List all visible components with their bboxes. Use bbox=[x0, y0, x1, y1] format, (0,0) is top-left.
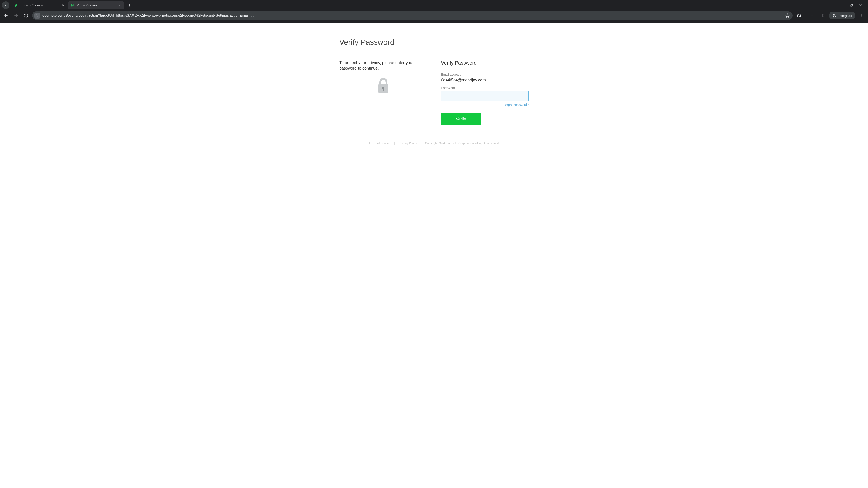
download-icon bbox=[810, 13, 814, 18]
tab-close-button[interactable] bbox=[61, 3, 65, 7]
tab-strip: Home - Evernote Verify Password bbox=[0, 0, 868, 10]
minimize-icon bbox=[841, 4, 844, 7]
lock-icon bbox=[377, 77, 390, 94]
new-tab-button[interactable] bbox=[126, 2, 133, 8]
more-vertical-icon bbox=[860, 13, 864, 18]
page-viewport[interactable]: Verify Password To protect your privacy,… bbox=[0, 23, 868, 488]
forward-button[interactable] bbox=[12, 12, 20, 20]
svg-marker-17 bbox=[786, 14, 789, 18]
password-input[interactable] bbox=[441, 91, 529, 101]
address-bar[interactable]: evernote.com/SecurityLogin.action?target… bbox=[32, 11, 793, 20]
form-heading: Verify Password bbox=[441, 60, 529, 66]
tab-close-button[interactable] bbox=[118, 3, 122, 7]
verify-button[interactable]: Verify bbox=[441, 113, 481, 125]
minimize-button[interactable] bbox=[840, 3, 845, 8]
toolbar: evernote.com/SecurityLogin.action?target… bbox=[0, 10, 868, 23]
email-label: Email address bbox=[441, 73, 529, 76]
content-card: Verify Password To protect your privacy,… bbox=[331, 31, 537, 137]
back-button[interactable] bbox=[2, 12, 10, 20]
form-column: Verify Password Email address 6d44f5c4@m… bbox=[441, 60, 529, 125]
reload-button[interactable] bbox=[22, 12, 30, 20]
url-text: evernote.com/SecurityLogin.action?target… bbox=[42, 13, 782, 18]
close-icon bbox=[118, 4, 121, 6]
close-icon bbox=[62, 4, 64, 6]
incognito-label: Incognito bbox=[838, 14, 852, 18]
browser-chrome: Home - Evernote Verify Password bbox=[0, 0, 868, 23]
email-value: 6d44f5c4@moodjoy.com bbox=[441, 78, 529, 83]
toolbar-right: Incognito bbox=[795, 12, 866, 20]
footer-separator bbox=[421, 142, 421, 145]
terms-link[interactable]: Terms of Service bbox=[368, 141, 391, 145]
search-tabs-button[interactable] bbox=[2, 1, 9, 9]
page-title: Verify Password bbox=[339, 38, 529, 46]
close-icon bbox=[859, 4, 862, 7]
svg-rect-27 bbox=[383, 88, 384, 91]
incognito-icon bbox=[832, 13, 837, 18]
tab-verify-password[interactable]: Verify Password bbox=[68, 1, 124, 9]
svg-point-24 bbox=[862, 17, 862, 17]
chevron-down-icon bbox=[4, 4, 7, 7]
svg-rect-8 bbox=[850, 4, 852, 6]
side-panel-button[interactable] bbox=[818, 12, 826, 20]
password-label: Password bbox=[441, 86, 529, 90]
extensions-button[interactable] bbox=[795, 12, 802, 20]
arrow-right-icon bbox=[14, 13, 18, 18]
forgot-password-link[interactable]: Forgot password? bbox=[503, 103, 529, 107]
reload-icon bbox=[24, 13, 28, 18]
chrome-menu-button[interactable] bbox=[858, 12, 866, 20]
page-footer: Terms of Service Privacy Policy Copyrigh… bbox=[0, 141, 868, 145]
tab-title: Verify Password bbox=[77, 3, 115, 7]
svg-point-14 bbox=[37, 15, 37, 15]
arrow-left-icon bbox=[4, 13, 8, 18]
intro-text: To protect your privacy, please enter yo… bbox=[339, 60, 428, 71]
privacy-link[interactable]: Privacy Policy bbox=[399, 141, 417, 145]
evernote-favicon-icon bbox=[70, 3, 74, 7]
star-icon bbox=[785, 13, 790, 18]
maximize-button[interactable] bbox=[849, 3, 854, 8]
maximize-icon bbox=[850, 4, 853, 7]
svg-point-23 bbox=[862, 15, 862, 16]
tab-title: Home - Evernote bbox=[20, 3, 59, 7]
close-window-button[interactable] bbox=[858, 3, 863, 8]
window-controls bbox=[840, 3, 866, 8]
tab-home-evernote[interactable]: Home - Evernote bbox=[11, 1, 68, 9]
intro-column: To protect your privacy, please enter yo… bbox=[339, 60, 428, 125]
svg-rect-20 bbox=[821, 14, 824, 17]
incognito-indicator[interactable]: Incognito bbox=[829, 12, 855, 20]
puzzle-icon bbox=[797, 13, 801, 18]
bookmark-button[interactable] bbox=[785, 13, 790, 18]
downloads-button[interactable] bbox=[808, 12, 816, 20]
evernote-favicon-icon bbox=[14, 3, 18, 7]
copyright-text: Copyright 2024 Evernote Corporation. All… bbox=[425, 141, 500, 145]
svg-point-16 bbox=[37, 16, 38, 17]
side-panel-icon bbox=[820, 13, 825, 18]
svg-point-22 bbox=[862, 14, 862, 15]
tune-icon bbox=[35, 14, 39, 18]
plus-icon bbox=[128, 3, 131, 7]
site-info-button[interactable] bbox=[34, 13, 40, 19]
